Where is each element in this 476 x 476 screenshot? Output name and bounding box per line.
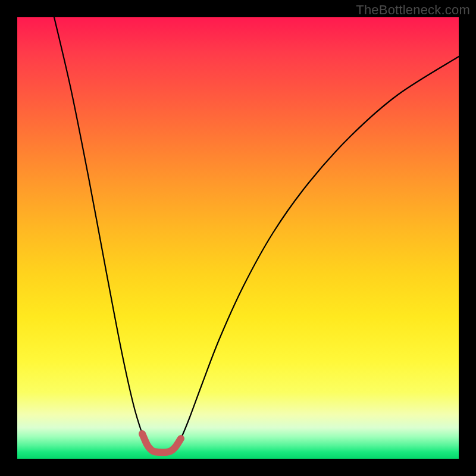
optimal-highlight <box>142 434 181 452</box>
watermark-text: TheBottleneck.com <box>356 2 470 18</box>
chart-frame <box>17 17 459 459</box>
bottleneck-curve <box>54 17 459 452</box>
chart-svg <box>17 17 459 459</box>
